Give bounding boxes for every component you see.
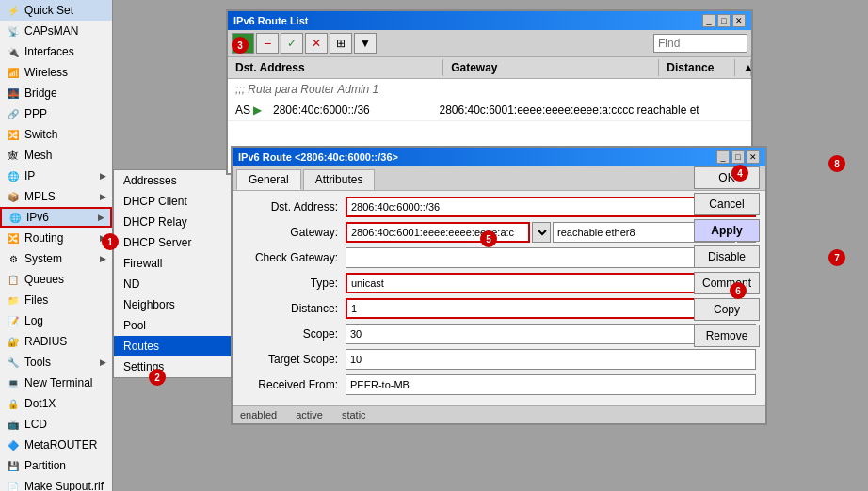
sidebar-label-queues: Queues: [24, 273, 64, 286]
sidebar-item-interfaces[interactable]: 🔌 Interfaces: [0, 41, 112, 62]
sidebar-item-newterminal[interactable]: 💻 New Terminal: [0, 372, 112, 393]
apply-button[interactable]: Apply: [694, 219, 760, 242]
sidebar-item-ipv6[interactable]: 🌐 IPv6 ▶: [0, 207, 112, 228]
route-edit-title: IPv6 Route <2806:40c:6000::/36>: [238, 151, 398, 163]
comment-button[interactable]: Comment: [694, 272, 760, 294]
sidebar-item-wireless[interactable]: 📶 Wireless: [0, 62, 112, 83]
submenu-firewall[interactable]: Firewall: [114, 253, 244, 274]
status-enabled: enabled: [240, 409, 277, 420]
route-gateway: 2806:40c:6001:eeee:eeee:eeee:a:cccc reac…: [431, 102, 698, 119]
submenu-label-routes: Routes: [123, 340, 159, 353]
copy-button-action[interactable]: Copy: [694, 298, 760, 321]
sidebar-item-mesh[interactable]: 🕸 Mesh: [0, 145, 112, 166]
close-button[interactable]: ✕: [732, 14, 746, 27]
switch-icon: 🔀: [6, 127, 21, 142]
sidebar-item-log[interactable]: 📝 Log: [0, 310, 112, 331]
cancel-mark-button[interactable]: ✕: [305, 33, 328, 54]
sidebar-label-newterminal: New Terminal: [24, 376, 92, 389]
submenu-settings[interactable]: Settings: [114, 356, 244, 377]
dst-address-label: Dst. Address:: [242, 200, 346, 214]
remove-route-button[interactable]: −: [256, 33, 279, 54]
queues-icon: 📋: [6, 272, 21, 287]
system-arrow: ▶: [100, 254, 106, 263]
sidebar-item-queues[interactable]: 📋 Queues: [0, 269, 112, 290]
status-active: active: [296, 409, 323, 420]
partition-icon: 💾: [6, 458, 21, 473]
tab-attributes[interactable]: Attributes: [303, 169, 376, 190]
submenu-neighbors[interactable]: Neighbors: [114, 294, 244, 315]
disable-button[interactable]: Disable: [694, 246, 760, 268]
search-input[interactable]: [653, 34, 747, 53]
ipv6-submenu: Addresses DHCP Client DHCP Relay DHCP Se…: [113, 169, 245, 378]
sidebar-item-partition[interactable]: 💾 Partition: [0, 455, 112, 476]
sidebar-item-switch[interactable]: 🔀 Switch: [0, 124, 112, 145]
sidebar-label-ip: IP: [24, 169, 35, 182]
scroll-indicator: ▲: [735, 59, 751, 76]
sidebar-item-ip[interactable]: 🌐 IP ▶: [0, 166, 112, 186]
submenu-dhcpclient[interactable]: DHCP Client: [114, 191, 244, 212]
sidebar-item-ppp[interactable]: 🔗 PPP: [0, 103, 112, 124]
tab-general[interactable]: General: [236, 169, 301, 190]
remove-button[interactable]: Remove: [694, 325, 760, 347]
maximize-button[interactable]: □: [717, 14, 731, 27]
badge-8: 8: [828, 155, 845, 172]
action-buttons: OK Cancel Apply Disable Comment Copy Rem…: [694, 166, 760, 347]
minimize-button[interactable]: _: [702, 14, 715, 27]
edit-main: General Attributes Dst. Address: Gateway…: [233, 166, 765, 423]
check-gateway-row: Check Gateway:: [242, 247, 756, 268]
sidebar-item-bridge[interactable]: 🌉 Bridge: [0, 83, 112, 103]
system-icon: ⚙: [6, 251, 21, 266]
sidebar-label-routing: Routing: [24, 231, 63, 245]
sidebar-item-lcd[interactable]: 📺 LCD: [0, 414, 112, 435]
ip-icon: 🌐: [6, 168, 21, 183]
bridge-icon: 🌉: [6, 86, 21, 101]
scope-row: Scope:: [242, 324, 756, 344]
sidebar-label-interfaces: Interfaces: [24, 45, 74, 58]
sidebar-item-dot1x[interactable]: 🔒 Dot1X: [0, 393, 112, 414]
sidebar-item-tools[interactable]: 🔧 Tools ▶: [0, 352, 112, 372]
submenu-dhcprelay[interactable]: DHCP Relay: [114, 212, 244, 232]
sidebar-item-metarouter[interactable]: 🔷 MetaROUTER: [0, 435, 112, 455]
sidebar-item-mpls[interactable]: 📦 MPLS ▶: [0, 186, 112, 207]
sidebar-item-system[interactable]: ⚙ System ▶: [0, 248, 112, 269]
sidebar-item-radius[interactable]: 🔐 RADIUS: [0, 331, 112, 352]
edit-minimize-button[interactable]: _: [716, 150, 730, 164]
sidebar-label-ipv6: IPv6: [26, 211, 49, 224]
table-row[interactable]: AS ▶ 2806:40c:6000::/36 2806:40c:6001:ee…: [228, 100, 751, 121]
filter-button[interactable]: ▼: [354, 33, 377, 54]
sidebar-item-quickset[interactable]: ⚡ Quick Set: [0, 0, 112, 21]
submenu-dhcpserver[interactable]: DHCP Server: [114, 232, 244, 253]
cancel-button[interactable]: Cancel: [694, 193, 760, 215]
route-as: AS ▶: [228, 102, 265, 119]
sidebar-item-files[interactable]: 📁 Files: [0, 290, 112, 310]
ok-button[interactable]: OK: [694, 166, 760, 189]
submenu-label-dhcpclient: DHCP Client: [123, 195, 187, 208]
submenu-label-neighbors: Neighbors: [123, 298, 175, 311]
submenu-pool[interactable]: Pool: [114, 315, 244, 336]
gateway-input[interactable]: [346, 222, 530, 243]
sidebar-label-mesh: Mesh: [24, 149, 52, 162]
received-from-input[interactable]: [346, 374, 756, 395]
ipv6-icon: 🌐: [8, 210, 23, 225]
submenu-nd[interactable]: ND: [114, 274, 244, 294]
edit-maximize-button[interactable]: □: [731, 150, 745, 164]
distance-input[interactable]: [346, 298, 741, 319]
type-input[interactable]: [346, 273, 737, 293]
target-scope-input[interactable]: [346, 349, 756, 370]
dst-address-row: Dst. Address:: [242, 197, 756, 217]
copy-button[interactable]: ⊞: [330, 33, 352, 54]
form-body: Dst. Address: Gateway: ▼ ▼: [233, 191, 765, 405]
mpls-arrow: ▶: [100, 192, 106, 201]
edit-window-controls: _ □ ✕: [716, 150, 760, 164]
ppp-icon: 🔗: [6, 106, 21, 121]
edit-close-button[interactable]: ✕: [747, 150, 760, 164]
sidebar-item-routing[interactable]: 🔀 Routing ▶: [0, 228, 112, 248]
submenu-routes[interactable]: Routes: [114, 336, 244, 356]
check-button[interactable]: ✓: [281, 33, 303, 54]
sidebar-item-makesupout[interactable]: 📄 Make Supout.rif: [0, 476, 112, 491]
files-icon: 📁: [6, 293, 21, 308]
submenu-addresses[interactable]: Addresses: [114, 170, 244, 191]
gateway-select[interactable]: ▼: [532, 222, 551, 243]
sidebar: ⚡ Quick Set 📡 CAPsMAN 🔌 Interfaces 📶 Wir…: [0, 0, 113, 491]
sidebar-item-capsman[interactable]: 📡 CAPsMAN: [0, 21, 112, 41]
